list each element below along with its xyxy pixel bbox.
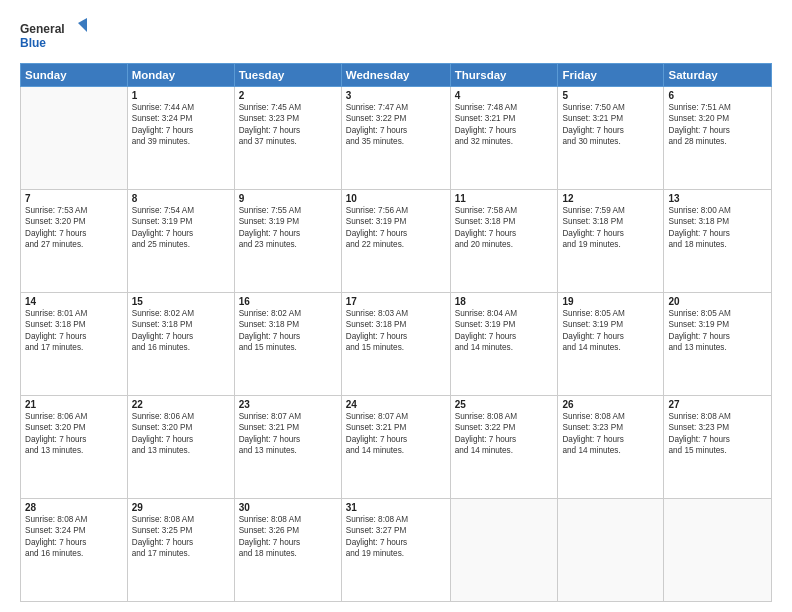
calendar-cell: 13Sunrise: 8:00 AM Sunset: 3:18 PM Dayli… xyxy=(664,190,772,293)
day-info: Sunrise: 8:08 AM Sunset: 3:26 PM Dayligh… xyxy=(239,514,337,560)
day-number: 18 xyxy=(455,296,554,307)
week-row-2: 7Sunrise: 7:53 AM Sunset: 3:20 PM Daylig… xyxy=(21,190,772,293)
day-number: 7 xyxy=(25,193,123,204)
logo-svg: General Blue xyxy=(20,18,90,53)
day-info: Sunrise: 8:06 AM Sunset: 3:20 PM Dayligh… xyxy=(132,411,230,457)
day-info: Sunrise: 7:44 AM Sunset: 3:24 PM Dayligh… xyxy=(132,102,230,148)
day-number: 1 xyxy=(132,90,230,101)
day-header-friday: Friday xyxy=(558,64,664,87)
calendar-cell: 11Sunrise: 7:58 AM Sunset: 3:18 PM Dayli… xyxy=(450,190,558,293)
day-info: Sunrise: 8:05 AM Sunset: 3:19 PM Dayligh… xyxy=(562,308,659,354)
calendar-cell xyxy=(558,499,664,602)
day-info: Sunrise: 7:48 AM Sunset: 3:21 PM Dayligh… xyxy=(455,102,554,148)
day-number: 11 xyxy=(455,193,554,204)
day-info: Sunrise: 7:59 AM Sunset: 3:18 PM Dayligh… xyxy=(562,205,659,251)
day-number: 26 xyxy=(562,399,659,410)
week-row-4: 21Sunrise: 8:06 AM Sunset: 3:20 PM Dayli… xyxy=(21,396,772,499)
calendar-cell: 22Sunrise: 8:06 AM Sunset: 3:20 PM Dayli… xyxy=(127,396,234,499)
day-number: 16 xyxy=(239,296,337,307)
day-number: 6 xyxy=(668,90,767,101)
day-header-sunday: Sunday xyxy=(21,64,128,87)
day-number: 29 xyxy=(132,502,230,513)
calendar-cell: 26Sunrise: 8:08 AM Sunset: 3:23 PM Dayli… xyxy=(558,396,664,499)
calendar-cell xyxy=(664,499,772,602)
day-info: Sunrise: 7:47 AM Sunset: 3:22 PM Dayligh… xyxy=(346,102,446,148)
day-number: 28 xyxy=(25,502,123,513)
calendar-cell: 16Sunrise: 8:02 AM Sunset: 3:18 PM Dayli… xyxy=(234,293,341,396)
calendar-cell xyxy=(450,499,558,602)
calendar-cell: 14Sunrise: 8:01 AM Sunset: 3:18 PM Dayli… xyxy=(21,293,128,396)
day-info: Sunrise: 7:55 AM Sunset: 3:19 PM Dayligh… xyxy=(239,205,337,251)
calendar-cell: 1Sunrise: 7:44 AM Sunset: 3:24 PM Daylig… xyxy=(127,87,234,190)
calendar-cell: 18Sunrise: 8:04 AM Sunset: 3:19 PM Dayli… xyxy=(450,293,558,396)
week-row-3: 14Sunrise: 8:01 AM Sunset: 3:18 PM Dayli… xyxy=(21,293,772,396)
day-number: 19 xyxy=(562,296,659,307)
day-info: Sunrise: 8:00 AM Sunset: 3:18 PM Dayligh… xyxy=(668,205,767,251)
day-number: 12 xyxy=(562,193,659,204)
day-info: Sunrise: 7:51 AM Sunset: 3:20 PM Dayligh… xyxy=(668,102,767,148)
svg-text:General: General xyxy=(20,22,65,36)
calendar-cell: 20Sunrise: 8:05 AM Sunset: 3:19 PM Dayli… xyxy=(664,293,772,396)
day-number: 30 xyxy=(239,502,337,513)
calendar-cell: 5Sunrise: 7:50 AM Sunset: 3:21 PM Daylig… xyxy=(558,87,664,190)
calendar-cell: 15Sunrise: 8:02 AM Sunset: 3:18 PM Dayli… xyxy=(127,293,234,396)
calendar-cell: 2Sunrise: 7:45 AM Sunset: 3:23 PM Daylig… xyxy=(234,87,341,190)
day-info: Sunrise: 8:02 AM Sunset: 3:18 PM Dayligh… xyxy=(132,308,230,354)
day-info: Sunrise: 8:05 AM Sunset: 3:19 PM Dayligh… xyxy=(668,308,767,354)
day-info: Sunrise: 7:45 AM Sunset: 3:23 PM Dayligh… xyxy=(239,102,337,148)
day-number: 24 xyxy=(346,399,446,410)
calendar-cell: 19Sunrise: 8:05 AM Sunset: 3:19 PM Dayli… xyxy=(558,293,664,396)
day-number: 3 xyxy=(346,90,446,101)
calendar-cell: 25Sunrise: 8:08 AM Sunset: 3:22 PM Dayli… xyxy=(450,396,558,499)
day-number: 22 xyxy=(132,399,230,410)
day-number: 17 xyxy=(346,296,446,307)
day-info: Sunrise: 8:07 AM Sunset: 3:21 PM Dayligh… xyxy=(346,411,446,457)
day-info: Sunrise: 8:07 AM Sunset: 3:21 PM Dayligh… xyxy=(239,411,337,457)
day-number: 8 xyxy=(132,193,230,204)
calendar-cell: 7Sunrise: 7:53 AM Sunset: 3:20 PM Daylig… xyxy=(21,190,128,293)
days-header-row: SundayMondayTuesdayWednesdayThursdayFrid… xyxy=(21,64,772,87)
calendar-cell xyxy=(21,87,128,190)
logo: General Blue xyxy=(20,18,90,53)
day-header-thursday: Thursday xyxy=(450,64,558,87)
calendar-cell: 4Sunrise: 7:48 AM Sunset: 3:21 PM Daylig… xyxy=(450,87,558,190)
calendar-cell: 30Sunrise: 8:08 AM Sunset: 3:26 PM Dayli… xyxy=(234,499,341,602)
day-info: Sunrise: 8:08 AM Sunset: 3:23 PM Dayligh… xyxy=(668,411,767,457)
svg-marker-2 xyxy=(78,18,87,32)
day-number: 21 xyxy=(25,399,123,410)
calendar-cell: 3Sunrise: 7:47 AM Sunset: 3:22 PM Daylig… xyxy=(341,87,450,190)
day-number: 5 xyxy=(562,90,659,101)
day-number: 10 xyxy=(346,193,446,204)
day-info: Sunrise: 8:02 AM Sunset: 3:18 PM Dayligh… xyxy=(239,308,337,354)
day-info: Sunrise: 8:01 AM Sunset: 3:18 PM Dayligh… xyxy=(25,308,123,354)
day-header-tuesday: Tuesday xyxy=(234,64,341,87)
day-info: Sunrise: 7:50 AM Sunset: 3:21 PM Dayligh… xyxy=(562,102,659,148)
day-info: Sunrise: 7:58 AM Sunset: 3:18 PM Dayligh… xyxy=(455,205,554,251)
calendar-cell: 12Sunrise: 7:59 AM Sunset: 3:18 PM Dayli… xyxy=(558,190,664,293)
day-number: 2 xyxy=(239,90,337,101)
calendar-cell: 6Sunrise: 7:51 AM Sunset: 3:20 PM Daylig… xyxy=(664,87,772,190)
calendar-cell: 17Sunrise: 8:03 AM Sunset: 3:18 PM Dayli… xyxy=(341,293,450,396)
calendar-page: General Blue SundayMondayTuesdayWednesda… xyxy=(0,0,792,612)
calendar-cell: 24Sunrise: 8:07 AM Sunset: 3:21 PM Dayli… xyxy=(341,396,450,499)
header: General Blue xyxy=(20,18,772,53)
day-number: 25 xyxy=(455,399,554,410)
day-number: 27 xyxy=(668,399,767,410)
day-number: 31 xyxy=(346,502,446,513)
day-info: Sunrise: 8:08 AM Sunset: 3:25 PM Dayligh… xyxy=(132,514,230,560)
day-info: Sunrise: 7:54 AM Sunset: 3:19 PM Dayligh… xyxy=(132,205,230,251)
week-row-5: 28Sunrise: 8:08 AM Sunset: 3:24 PM Dayli… xyxy=(21,499,772,602)
day-info: Sunrise: 8:08 AM Sunset: 3:24 PM Dayligh… xyxy=(25,514,123,560)
day-header-wednesday: Wednesday xyxy=(341,64,450,87)
day-info: Sunrise: 8:08 AM Sunset: 3:23 PM Dayligh… xyxy=(562,411,659,457)
calendar-cell: 23Sunrise: 8:07 AM Sunset: 3:21 PM Dayli… xyxy=(234,396,341,499)
calendar-cell: 31Sunrise: 8:08 AM Sunset: 3:27 PM Dayli… xyxy=(341,499,450,602)
day-info: Sunrise: 8:08 AM Sunset: 3:22 PM Dayligh… xyxy=(455,411,554,457)
day-info: Sunrise: 8:03 AM Sunset: 3:18 PM Dayligh… xyxy=(346,308,446,354)
day-number: 15 xyxy=(132,296,230,307)
day-number: 20 xyxy=(668,296,767,307)
day-info: Sunrise: 8:08 AM Sunset: 3:27 PM Dayligh… xyxy=(346,514,446,560)
day-info: Sunrise: 8:04 AM Sunset: 3:19 PM Dayligh… xyxy=(455,308,554,354)
day-header-monday: Monday xyxy=(127,64,234,87)
day-number: 4 xyxy=(455,90,554,101)
